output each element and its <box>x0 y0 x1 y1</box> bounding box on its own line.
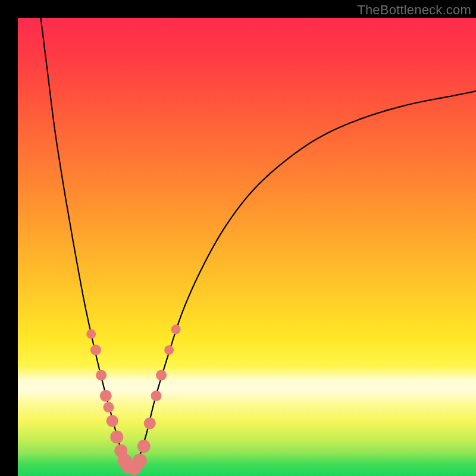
marker-dot <box>86 329 96 339</box>
right-branch-curve <box>137 91 476 465</box>
marker-dot <box>96 370 107 381</box>
marker-dot <box>100 390 112 402</box>
marker-dot <box>107 415 118 427</box>
marker-dot <box>144 417 156 429</box>
marker-dot <box>156 370 167 381</box>
markers-group <box>86 325 180 475</box>
marker-dot <box>151 390 162 401</box>
curve-layer <box>18 18 476 476</box>
marker-dot <box>103 402 114 413</box>
watermark-text: TheBottleneck.com <box>357 2 471 18</box>
plot-area <box>18 18 476 476</box>
marker-dot <box>90 345 101 355</box>
left-branch-curve <box>41 18 126 465</box>
marker-dot <box>110 431 123 444</box>
chart-frame: TheBottleneck.com <box>0 0 476 476</box>
marker-dot <box>137 440 151 453</box>
marker-dot <box>133 454 147 468</box>
marker-dot <box>171 325 181 334</box>
marker-dot <box>164 345 174 355</box>
